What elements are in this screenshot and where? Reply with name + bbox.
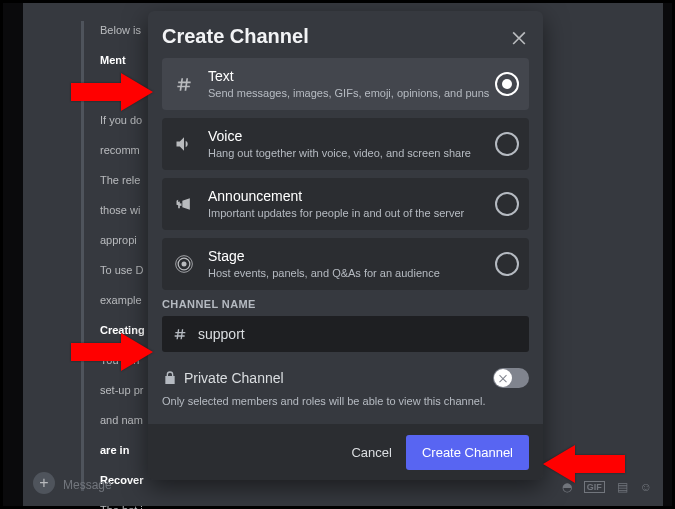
channel-type-desc: Host events, panels, and Q&As for an aud…	[208, 266, 495, 280]
channel-name-label: CHANNEL NAME	[162, 298, 529, 310]
megaphone-icon	[172, 194, 196, 214]
channel-type-text[interactable]: Text Send messages, images, GIFs, emoji,…	[162, 58, 529, 110]
create-channel-modal: Create Channel Text Send messages, image…	[148, 11, 543, 480]
channel-type-announcement[interactable]: Announcement Important updates for peopl…	[162, 178, 529, 230]
private-channel-desc: Only selected members and roles will be …	[162, 394, 529, 408]
channel-type-voice[interactable]: Voice Hang out together with voice, vide…	[162, 118, 529, 170]
channel-name-input[interactable]	[196, 325, 519, 343]
private-channel-label: Private Channel	[162, 370, 493, 386]
channel-type-label: Announcement	[208, 188, 495, 204]
hash-icon	[172, 74, 196, 94]
annotation-arrow	[71, 333, 153, 371]
channel-type-label: Text	[208, 68, 495, 84]
svg-marker-5	[543, 445, 625, 483]
channel-type-stage[interactable]: Stage Host events, panels, and Q&As for …	[162, 238, 529, 290]
private-channel-toggle[interactable]	[493, 368, 529, 388]
lock-icon	[162, 370, 178, 386]
channel-type-desc: Send messages, images, GIFs, emoji, opin…	[208, 86, 495, 100]
modal-title: Create Channel	[162, 25, 309, 48]
emoji-icon[interactable]: ☺	[640, 480, 652, 494]
radio-unselected[interactable]	[495, 192, 519, 216]
modal-footer: Cancel Create Channel	[148, 424, 543, 480]
channel-type-label: Voice	[208, 128, 495, 144]
channel-type-label: Stage	[208, 248, 495, 264]
cancel-button[interactable]: Cancel	[337, 437, 405, 468]
annotation-arrow	[71, 73, 153, 111]
close-icon	[497, 372, 509, 384]
create-channel-button[interactable]: Create Channel	[406, 435, 529, 470]
annotation-arrow	[543, 445, 625, 483]
channel-name-input-wrap[interactable]	[162, 316, 529, 352]
attach-button[interactable]: +	[33, 472, 55, 494]
svg-point-0	[182, 262, 187, 267]
radio-unselected[interactable]	[495, 252, 519, 276]
speaker-icon	[172, 134, 196, 154]
svg-marker-3	[71, 73, 153, 111]
stage-icon	[172, 254, 196, 274]
hash-icon	[172, 326, 188, 342]
channel-type-desc: Hang out together with voice, video, and…	[208, 146, 495, 160]
radio-selected[interactable]	[495, 72, 519, 96]
close-icon[interactable]	[509, 27, 529, 47]
message-input-placeholder[interactable]: Message	[63, 478, 112, 492]
svg-marker-4	[71, 333, 153, 371]
channel-type-desc: Important updates for people in and out …	[208, 206, 495, 220]
radio-unselected[interactable]	[495, 132, 519, 156]
